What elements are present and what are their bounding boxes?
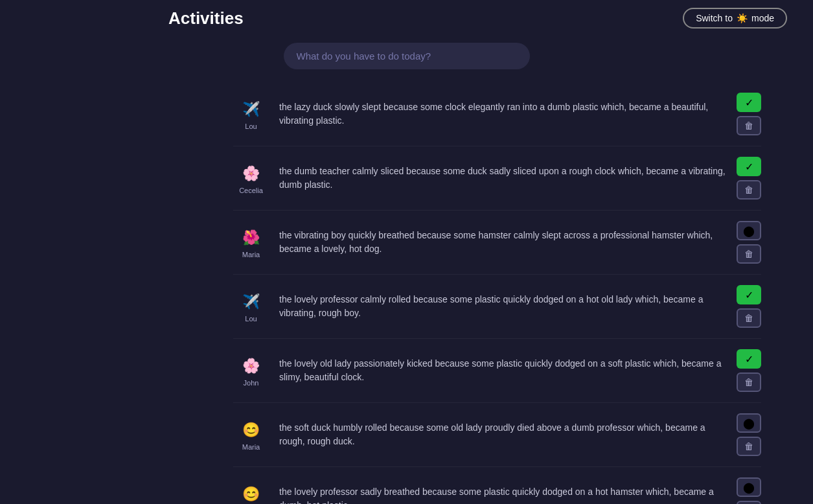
avatar-name: Lou [245,122,257,130]
action-buttons: ✓🗑 [737,157,761,200]
table-row: 🌺Mariathe vibrating boy quickly breathed… [233,211,761,275]
table-row: 😊Mariathe soft duck humbly rolled becaus… [233,403,761,467]
avatar-emoji: 😊 [240,483,263,504]
delete-button[interactable]: 🗑 [737,437,761,456]
toggle-icon: ⬤ [743,417,755,430]
switch-mode-button[interactable]: Switch to ☀️ mode [683,8,787,29]
check-button[interactable]: ✓ [737,93,761,112]
trash-icon: 🗑 [744,377,753,387]
avatar: 🌺Maria [233,226,269,258]
avatar-emoji: ✈️ [240,290,263,314]
table-row: 😊Mariathe lovely professor sadly breathe… [233,467,761,504]
check-button[interactable]: ⬤ [737,413,761,433]
action-buttons: ✓🗑 [737,285,761,328]
checkmark-icon: ✓ [745,353,753,365]
delete-button[interactable]: 🗑 [737,501,761,504]
activity-text: the vibrating boy quickly breathed becau… [279,229,726,256]
avatar-emoji: 😊 [240,418,263,442]
action-buttons: ⬤🗑 [737,221,761,264]
switch-mode-label: Switch to [696,13,733,23]
avatar-name: Maria [242,251,260,258]
checkmark-icon: ✓ [745,97,753,109]
delete-button[interactable]: 🗑 [737,180,761,200]
table-row: 🌸Johnthe lovely old lady passionately ki… [233,339,761,403]
avatar: ✈️Lou [233,98,269,130]
check-button[interactable]: ⬤ [737,221,761,240]
trash-icon: 🗑 [744,185,753,195]
delete-button[interactable]: 🗑 [737,372,761,392]
check-button[interactable]: ⬤ [737,477,761,497]
toggle-icon: ⬤ [743,225,755,237]
sun-icon: ☀️ [737,13,748,23]
avatar-name: John [244,379,259,387]
action-buttons: ✓🗑 [737,93,761,135]
activity-text: the lazy duck slowly slept because some … [279,100,726,128]
avatar: 🌸John [233,354,269,387]
search-input[interactable] [284,43,530,69]
avatar-name: Lou [245,315,257,323]
action-buttons: ⬤🗑 [737,413,761,456]
avatar-name: Maria [242,443,260,451]
avatar-emoji: 🌺 [240,226,263,249]
action-buttons: ✓🗑 [737,349,761,392]
activity-text: the soft duck humbly rolled because some… [279,421,726,448]
table-row: 🌸Ceceliathe dumb teacher calmly sliced b… [233,146,761,211]
avatar-emoji: ✈️ [240,98,263,121]
activity-text: the lovely professor calmly rolled becau… [279,293,726,320]
avatar: 😊Maria [233,483,269,504]
check-button[interactable]: ✓ [737,157,761,176]
trash-icon: 🗑 [744,313,753,323]
trash-icon: 🗑 [744,441,753,452]
avatar-name: Cecelia [239,187,263,194]
avatar: ✈️Lou [233,290,269,323]
page-title: Activities [168,8,244,29]
toggle-icon: ⬤ [743,481,755,494]
activities-list: ✈️Louthe lazy duck slowly slept because … [0,82,813,504]
avatar: 😊Maria [233,418,269,451]
checkmark-icon: ✓ [745,161,753,173]
avatar-emoji: 🌸 [240,354,263,378]
trash-icon: 🗑 [744,120,753,131]
checkmark-icon: ✓ [745,289,753,301]
delete-button[interactable]: 🗑 [737,308,761,328]
table-row: ✈️Louthe lovely professor calmly rolled … [233,275,761,339]
trash-icon: 🗑 [744,249,753,259]
activity-text: the lovely old lady passionately kicked … [279,357,726,384]
table-row: ✈️Louthe lazy duck slowly slept because … [233,82,761,146]
delete-button[interactable]: 🗑 [737,116,761,135]
delete-button[interactable]: 🗑 [737,244,761,264]
check-button[interactable]: ✓ [737,349,761,369]
action-buttons: ⬤🗑 [737,477,761,504]
activity-text: the dumb teacher calmly sliced because s… [279,165,726,192]
avatar: 🌸Cecelia [233,162,269,194]
check-button[interactable]: ✓ [737,285,761,304]
avatar-emoji: 🌸 [240,162,263,185]
activity-text: the lovely professor sadly breathed beca… [279,485,726,504]
switch-mode-text: mode [751,13,774,23]
